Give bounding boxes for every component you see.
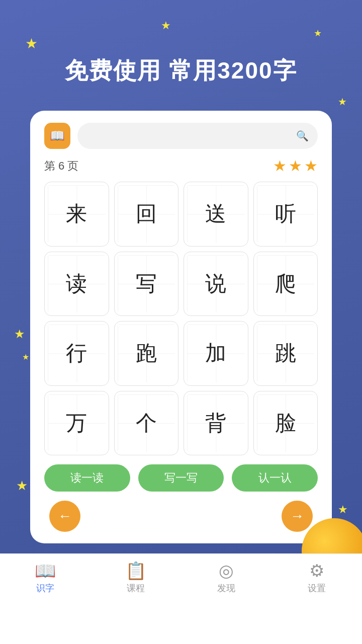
char-cell[interactable]: 说: [184, 252, 248, 316]
deco-star-8: ★: [338, 503, 348, 516]
stars-rating: ★ ★ ★: [273, 157, 318, 175]
char-cell[interactable]: 万: [44, 391, 109, 456]
settings-label: 设置: [308, 582, 326, 594]
char-cell[interactable]: 爬: [253, 252, 318, 316]
tab-settings[interactable]: ⚙ 设置: [272, 562, 362, 594]
char-cell[interactable]: 来: [44, 182, 109, 247]
deco-star-7: ★: [16, 478, 28, 494]
literacy-label: 识字: [36, 582, 54, 594]
char-cell[interactable]: 行: [44, 321, 109, 386]
book-icon-button[interactable]: 📖: [44, 123, 70, 149]
literacy-icon: 📖: [35, 562, 56, 579]
tab-literacy[interactable]: 📖 识字: [0, 562, 90, 594]
deco-star-6: ★: [22, 352, 29, 362]
course-icon: 📋: [125, 562, 146, 579]
deco-star-2: ★: [161, 19, 171, 32]
settings-icon: ⚙: [309, 562, 324, 579]
deco-star-4: ★: [338, 96, 347, 108]
star-2: ★: [289, 157, 302, 175]
star-1: ★: [273, 157, 287, 175]
char-cell[interactable]: 加: [184, 321, 248, 386]
discover-label: 发现: [217, 582, 235, 594]
deco-star-3: ★: [314, 28, 322, 39]
page-label: 第 6 页: [44, 158, 78, 174]
character-grid: 来回送听读写说爬行跑加跳万个背脸: [44, 182, 318, 455]
tab-bar: 📖 识字 📋 课程 ◎ 发现 ⚙ 设置: [0, 553, 362, 644]
search-magnifier-icon: 🔍: [296, 130, 309, 142]
char-cell[interactable]: 背: [184, 391, 248, 456]
tab-discover[interactable]: ◎ 发现: [181, 562, 272, 594]
char-cell[interactable]: 回: [114, 182, 179, 247]
prev-button[interactable]: ←: [49, 501, 80, 532]
search-input[interactable]: 🔍: [77, 123, 318, 149]
recognize-button[interactable]: 认一认: [232, 464, 318, 492]
star-3: ★: [304, 157, 318, 175]
nav-arrows: ← →: [44, 501, 318, 532]
search-bar: 📖 🔍: [44, 123, 318, 149]
char-cell[interactable]: 脸: [253, 391, 318, 456]
char-cell[interactable]: 听: [253, 182, 318, 247]
char-cell[interactable]: 跳: [253, 321, 318, 386]
deco-star-1: ★: [25, 35, 38, 52]
course-label: 课程: [127, 582, 145, 594]
headline: 免费使用 常用3200字: [0, 55, 362, 87]
char-cell[interactable]: 送: [184, 182, 248, 247]
read-button[interactable]: 读一读: [44, 464, 130, 492]
discover-icon: ◎: [219, 562, 234, 579]
tab-course[interactable]: 📋 课程: [90, 562, 181, 594]
main-card: 📖 🔍 第 6 页 ★ ★ ★ 来回送听读写说爬行跑加跳万个背脸 读一读 写一写…: [30, 111, 332, 543]
char-cell[interactable]: 写: [114, 252, 179, 316]
book-icon: 📖: [50, 129, 65, 143]
action-buttons: 读一读 写一写 认一认: [44, 464, 318, 492]
char-cell[interactable]: 读: [44, 252, 109, 316]
write-button[interactable]: 写一写: [138, 464, 224, 492]
deco-star-5: ★: [14, 327, 25, 341]
char-cell[interactable]: 个: [114, 391, 179, 456]
char-cell[interactable]: 跑: [114, 321, 179, 386]
page-row: 第 6 页 ★ ★ ★: [44, 157, 318, 175]
